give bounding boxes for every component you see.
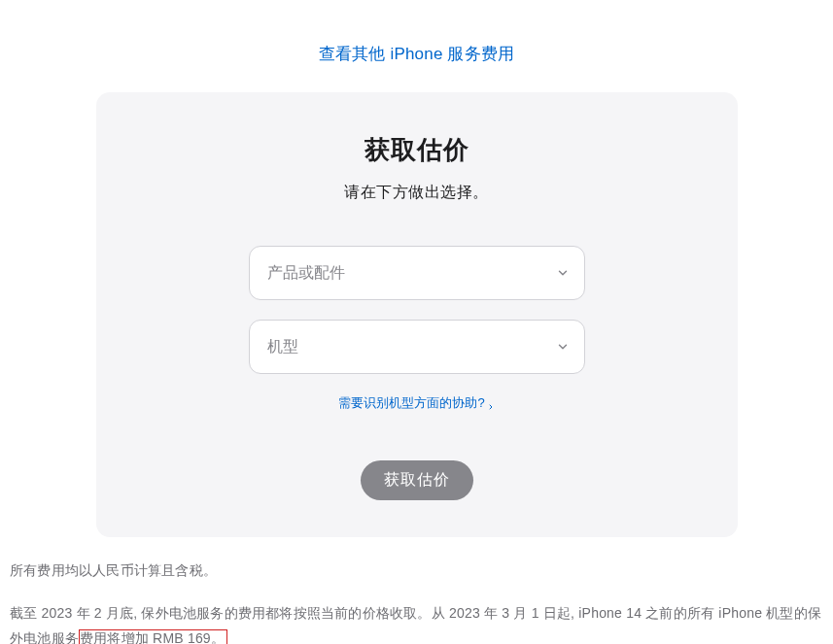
product-select[interactable]: 产品或配件 (249, 246, 585, 300)
identify-model-help-link[interactable]: 需要识别机型方面的协助? (338, 394, 494, 412)
estimate-card: 获取估价 请在下方做出选择。 产品或配件 机型 需要识别机型方面的协助? 获取估… (96, 92, 738, 537)
model-select-placeholder: 机型 (267, 337, 298, 357)
other-service-fees-link[interactable]: 查看其他 iPhone 服务费用 (319, 45, 515, 63)
card-subtitle: 请在下方做出选择。 (135, 183, 699, 203)
chevron-down-icon (556, 340, 570, 354)
help-link-label: 需要识别机型方面的协助? (338, 394, 484, 412)
footer-note-2: 截至 2023 年 2 月底, 保外电池服务的费用都将按照当前的价格收取。从 2… (10, 601, 823, 644)
product-select-placeholder: 产品或配件 (267, 263, 345, 284)
get-estimate-button[interactable]: 获取估价 (361, 460, 473, 500)
chevron-down-icon (556, 266, 570, 280)
chevron-right-icon (487, 399, 495, 407)
price-increase-highlight: 费用将增加 RMB 169。 (79, 629, 227, 644)
model-select[interactable]: 机型 (249, 320, 585, 374)
footer-note-1: 所有费用均以人民币计算且含税。 (10, 559, 823, 584)
card-title: 获取估价 (135, 133, 699, 167)
footer-notes: 所有费用均以人民币计算且含税。 截至 2023 年 2 月底, 保外电池服务的费… (10, 559, 823, 644)
